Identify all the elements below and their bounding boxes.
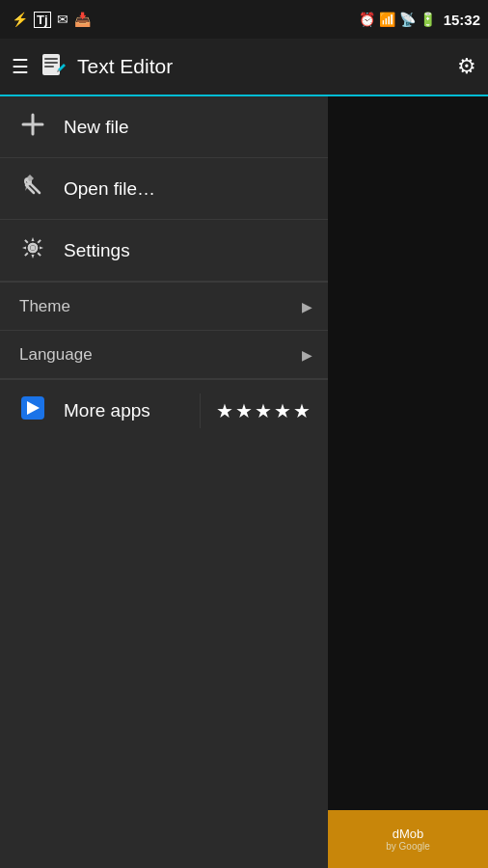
ad-sub-text: by Google xyxy=(386,841,430,852)
new-file-label: New file xyxy=(64,117,129,138)
svg-rect-1 xyxy=(44,58,58,60)
status-bar: ⚡ Tj ✉ 📥 ⏰ 📶 📡 🔋 15:32 xyxy=(0,0,488,39)
open-file-icon xyxy=(19,174,46,204)
new-file-item[interactable]: New file xyxy=(0,96,328,158)
signal-icon: 📡 xyxy=(399,12,416,27)
right-panel: dMob by Google xyxy=(328,96,488,868)
app-bar: ☰ Text Editor ⚙ xyxy=(0,39,488,96)
open-file-item[interactable]: Open file… xyxy=(0,158,328,220)
hamburger-button[interactable]: ☰ xyxy=(12,55,29,78)
time-display: 15:32 xyxy=(444,12,480,28)
settings-item[interactable]: Settings xyxy=(0,220,328,282)
theme-arrow-icon: ▶ xyxy=(302,299,312,314)
inbox-icon: 📥 xyxy=(74,12,91,27)
svg-point-13 xyxy=(31,245,36,250)
more-apps-left: More apps xyxy=(0,395,200,426)
more-apps-label: More apps xyxy=(64,400,150,421)
navigation-drawer: New file Open file… xyxy=(0,96,328,868)
ad-banner[interactable]: dMob by Google xyxy=(328,810,488,868)
status-right-icons: ⏰ 📶 📡 🔋 15:32 xyxy=(359,12,480,28)
email-icon: ✉ xyxy=(57,12,68,27)
main-layout: New file Open file… xyxy=(0,96,488,868)
text-icon: Tj xyxy=(34,12,51,28)
app-icon xyxy=(39,52,68,81)
status-left-icons: ⚡ Tj ✉ 📥 xyxy=(12,12,91,28)
ad-text: dMob xyxy=(386,827,430,841)
language-label: Language xyxy=(19,345,93,365)
language-dropdown[interactable]: Language ▶ xyxy=(0,331,328,379)
theme-dropdown[interactable]: Theme ▶ xyxy=(0,283,328,331)
alarm-icon: ⏰ xyxy=(359,12,375,27)
theme-label: Theme xyxy=(19,297,70,316)
battery-icon: 🔋 xyxy=(420,12,436,27)
settings-icon xyxy=(19,235,46,266)
usb-icon: ⚡ xyxy=(12,12,28,27)
language-arrow-icon: ▶ xyxy=(302,347,312,363)
stars-section[interactable]: ★★★★★ xyxy=(201,399,328,422)
svg-rect-2 xyxy=(44,62,58,64)
new-file-icon xyxy=(19,112,46,143)
wifi-icon: 📶 xyxy=(379,12,395,27)
settings-gear-icon[interactable]: ⚙ xyxy=(457,54,476,79)
open-file-label: Open file… xyxy=(64,178,155,200)
stars-display: ★★★★★ xyxy=(216,399,312,422)
play-store-icon xyxy=(19,395,46,426)
settings-label: Settings xyxy=(64,240,130,261)
svg-rect-3 xyxy=(44,66,54,68)
app-title: Text Editor xyxy=(77,55,457,78)
more-apps-item[interactable]: More apps ★★★★★ xyxy=(0,380,328,442)
